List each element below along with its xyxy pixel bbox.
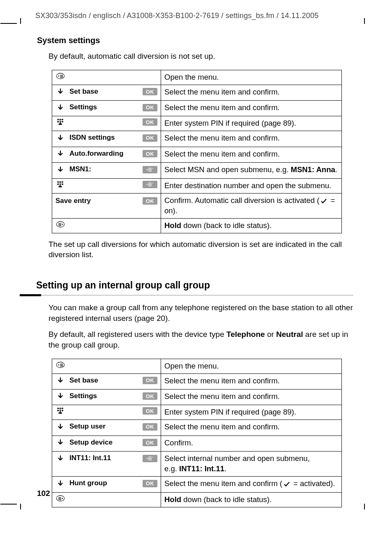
- step-action-cell: Setup userOK: [52, 420, 161, 436]
- menu-item-label: Set base: [69, 87, 138, 97]
- menu-item-label: Auto.forwarding: [69, 149, 138, 159]
- step-description-cell: Enter system PIN if required (page 89).: [161, 405, 342, 420]
- svg-rect-48: [58, 499, 61, 500]
- table-row: Set baseOKSelect the menu item and confi…: [52, 373, 342, 389]
- ok-badge: OK: [143, 88, 157, 95]
- table-row: Hold down (back to idle status).: [52, 492, 342, 507]
- table-row: Open the menu.: [52, 70, 342, 85]
- step-description-cell: Select the menu item and confirm.: [161, 389, 342, 405]
- step-description-cell: Select the menu item and confirm.: [161, 101, 342, 116]
- step-action-cell: [52, 218, 161, 233]
- step-action-cell: Set baseOK: [52, 85, 161, 100]
- step-description-cell: Enter system PIN if required (page 89).: [161, 116, 342, 131]
- svg-point-31: [58, 364, 59, 365]
- svg-rect-42: [148, 456, 152, 457]
- svg-rect-34: [60, 366, 63, 366]
- down-arrow-icon: [56, 439, 65, 446]
- step-action-cell: MSN1:: [52, 163, 161, 178]
- ok-badge: OK: [143, 423, 157, 431]
- svg-rect-20: [59, 186, 62, 187]
- table-row: Hold down (back to idle status).: [52, 218, 342, 233]
- table-row: Hunt groupOKSelect the menu item and con…: [52, 477, 342, 492]
- ok-badge: OK: [143, 439, 157, 446]
- step-action-cell: SettingsOK: [52, 101, 161, 116]
- menu-item-label: Set base: [69, 376, 138, 385]
- keypad-icon: [56, 181, 65, 188]
- step-description-cell: Select the menu item and confirm.: [161, 85, 342, 100]
- open-submenu-icon: [143, 455, 157, 462]
- table-row: Save entryOKConfirm. Automatic call dive…: [52, 193, 342, 218]
- ok-badge: OK: [143, 480, 157, 487]
- running-head: System settings: [37, 36, 365, 45]
- svg-rect-4: [60, 77, 63, 77]
- step-action-cell: Auto.forwardingOK: [52, 147, 161, 162]
- svg-rect-47: [58, 498, 61, 499]
- open-menu-icon: [56, 361, 65, 369]
- svg-rect-33: [60, 365, 63, 365]
- down-arrow-icon: [56, 166, 65, 173]
- svg-rect-15: [58, 181, 59, 182]
- keypad-icon: [56, 118, 65, 126]
- svg-point-49: [62, 498, 63, 498]
- step-description-cell: Confirm.: [161, 436, 342, 451]
- step-description-cell: Hold down (back to idle status).: [161, 492, 342, 507]
- step-action-cell: INT11: Int.11: [52, 452, 161, 477]
- step-description-cell: Select internal number and open submenu,…: [161, 452, 342, 477]
- section-rule: [20, 294, 353, 297]
- step-description-cell: Open the menu.: [161, 70, 342, 85]
- svg-rect-35: [58, 408, 59, 409]
- svg-rect-46: [58, 497, 61, 498]
- ok-badge: OK: [143, 104, 157, 111]
- menu-item-label: Settings: [69, 103, 138, 112]
- ok-badge: OK: [143, 134, 157, 142]
- intro-paragraph-1: By default, automatic call diversion is …: [48, 51, 361, 62]
- svg-rect-40: [59, 413, 62, 414]
- down-arrow-icon: [56, 88, 65, 95]
- step-action-cell: Save entryOK: [52, 193, 161, 218]
- open-submenu-icon: [143, 181, 157, 188]
- down-arrow-icon: [56, 455, 65, 462]
- menu-item-label: ISDN settings: [69, 133, 138, 143]
- svg-rect-11: [62, 121, 63, 122]
- svg-rect-28: [58, 225, 61, 226]
- step-action-cell: [52, 492, 161, 507]
- down-arrow-icon: [56, 423, 65, 431]
- table-row: OKEnter system PIN if required (page 89)…: [52, 116, 342, 131]
- table-row: Enter destination number and open the su…: [52, 178, 342, 193]
- svg-rect-16: [60, 181, 61, 182]
- ok-badge: OK: [143, 150, 157, 157]
- step-description-cell: Select the menu item and confirm.: [161, 131, 342, 147]
- svg-rect-5: [58, 119, 59, 120]
- step-description-cell: Hold down (back to idle status).: [161, 218, 342, 233]
- steps-table-1: Open the menu. Set baseOKSelect the menu…: [52, 70, 342, 233]
- down-arrow-icon: [56, 392, 65, 400]
- step-action-cell: [52, 359, 161, 373]
- step-description-cell: Open the menu.: [161, 359, 342, 373]
- svg-rect-37: [62, 408, 63, 409]
- ok-badge: OK: [143, 407, 157, 415]
- menu-item-label: Setup device: [69, 438, 138, 447]
- down-arrow-icon: [56, 480, 65, 487]
- svg-rect-26: [58, 223, 61, 224]
- step-action-cell: Hunt groupOK: [52, 477, 161, 492]
- svg-rect-8: [58, 121, 59, 122]
- table-row: Setup userOKSelect the menu item and con…: [52, 420, 342, 436]
- table-row: MSN1: Select MSN and open submenu, e.g. …: [52, 163, 342, 178]
- table-row: Setup deviceOKConfirm.: [52, 436, 342, 451]
- step-action-cell: OK: [52, 405, 161, 420]
- down-arrow-icon: [56, 104, 65, 111]
- svg-rect-13: [148, 169, 152, 170]
- step-action-cell: OK: [52, 116, 161, 131]
- step-description-cell: Select the menu item and confirm.: [161, 147, 342, 162]
- svg-point-29: [62, 224, 63, 224]
- ok-badge: OK: [143, 197, 157, 205]
- step-action-cell: [52, 178, 161, 193]
- section2-paragraph-2: By default, all registered users with th…: [48, 329, 361, 350]
- open-submenu-icon: [143, 166, 157, 173]
- svg-rect-6: [60, 119, 61, 120]
- svg-rect-21: [62, 184, 63, 185]
- menu-item-label: MSN1:: [69, 165, 138, 174]
- svg-rect-2: [60, 75, 63, 75]
- menu-item-label: Save entry: [55, 196, 138, 206]
- svg-rect-22: [148, 182, 152, 183]
